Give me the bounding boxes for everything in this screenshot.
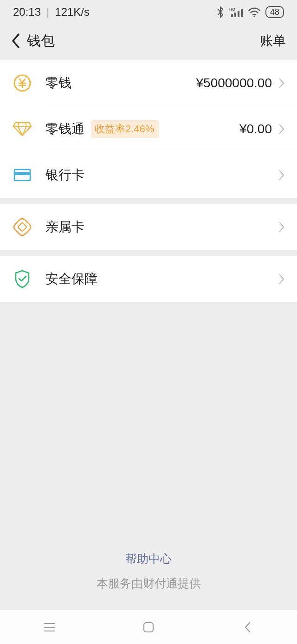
row-family-card-label: 亲属卡 [45,218,84,236]
yen-coin-icon [12,73,32,93]
bluetooth-icon [216,6,225,18]
back-button[interactable] [6,31,25,51]
wifi-icon [248,7,261,17]
svg-rect-8 [14,172,30,175]
row-lqt-label: 零钱通 [45,120,84,138]
yield-rate-badge: 收益率2.46% [91,120,159,138]
row-change[interactable]: 零钱 ¥5000000.00 [0,60,297,106]
row-security-label: 安全保障 [45,270,97,288]
status-net-speed: 121K/s [55,6,90,19]
row-security[interactable]: 安全保障 [0,256,297,302]
system-nav-bar [0,610,297,644]
chevron-right-icon [278,78,285,89]
diamond-icon [12,119,32,139]
status-time: 20:13 [13,6,41,19]
svg-rect-9 [13,217,32,237]
row-lqt[interactable]: 零钱通 收益率2.46% ¥0.00 [0,106,297,152]
home-square-icon [142,621,155,633]
svg-rect-14 [144,623,153,632]
chevron-right-icon [278,124,285,135]
page-title: 钱包 [27,32,55,51]
signal-hd-icon: HD [229,7,243,17]
svg-rect-4 [241,9,243,17]
status-separator: | [46,6,49,19]
svg-rect-1 [231,14,233,17]
header: 钱包 账单 [0,24,297,60]
svg-text:HD: HD [229,7,235,12]
service-provider-text: 本服务由财付通提供 [0,576,297,591]
group-family: 亲属卡 [0,204,297,250]
group-security: 安全保障 [0,256,297,302]
help-center-link[interactable]: 帮助中心 [0,551,297,566]
row-bank-card[interactable]: 银行卡 [0,152,297,198]
svg-rect-3 [238,11,239,17]
family-card-icon [12,217,32,237]
row-change-value: ¥5000000.00 [196,76,272,91]
nav-back-button[interactable] [226,616,268,639]
nav-recents-button[interactable] [29,616,71,639]
row-family-card[interactable]: 亲属卡 [0,204,297,250]
status-bar: 20:13 | 121K/s HD [0,0,297,24]
svg-rect-10 [18,222,27,232]
chevron-left-icon [10,33,20,49]
footer: 帮助中心 本服务由财付通提供 [0,551,297,610]
chevron-right-icon [278,169,285,181]
chevron-right-icon [278,273,285,285]
nav-home-button[interactable] [128,616,169,639]
row-change-label: 零钱 [45,74,71,92]
svg-point-5 [253,15,255,17]
chevron-left-icon [243,621,252,634]
bills-button[interactable]: 账单 [260,32,286,50]
battery-indicator: 48 [265,6,284,18]
row-lqt-value: ¥0.00 [239,122,272,137]
row-bank-card-label: 银行卡 [45,166,84,184]
bank-card-icon [12,165,32,185]
group-balance: 零钱 ¥5000000.00 零钱通 收益率2. [0,60,297,198]
chevron-right-icon [278,221,285,233]
svg-rect-2 [234,13,236,17]
shield-icon [12,269,32,289]
menu-lines-icon [43,622,56,632]
